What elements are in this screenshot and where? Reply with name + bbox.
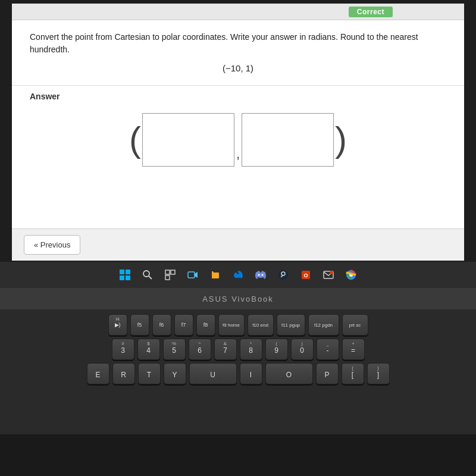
svg-point-12 [258, 274, 260, 276]
svg-rect-1 [126, 270, 130, 274]
svg-rect-2 [120, 275, 124, 280]
key-f11[interactable]: f11 pgup [277, 314, 305, 336]
correct-badge: Correct [349, 7, 393, 17]
search-icon[interactable] [140, 268, 155, 282]
key-5[interactable]: %5 [163, 339, 186, 360]
key-t[interactable]: T [138, 363, 161, 384]
key-e[interactable]: E [87, 363, 109, 384]
office-icon[interactable]: O [299, 268, 313, 282]
previous-button[interactable]: « Previous [24, 235, 80, 255]
key-4[interactable]: $4 [137, 339, 160, 360]
key-equals[interactable]: += [342, 339, 365, 360]
svg-line-5 [149, 276, 152, 279]
key-3[interactable]: #3 [112, 339, 134, 360]
task-view-icon[interactable] [163, 268, 177, 282]
question-text: Convert the point from Cartesian to pola… [30, 31, 446, 56]
fn-row: f4▶) f5 f6 f7 f8 f9 home f10 end f11 pgu… [0, 314, 476, 336]
key-f8[interactable]: f8 [196, 314, 215, 336]
key-u[interactable]: U [189, 363, 237, 384]
keyboard: f4▶) f5 f6 f7 f8 f9 home f10 end f11 pgu… [0, 309, 476, 434]
answer-label: Answer [30, 92, 446, 101]
key-f4[interactable]: f4▶) [108, 314, 127, 336]
key-f7[interactable]: f7 [174, 314, 193, 336]
files-icon[interactable] [208, 268, 223, 282]
paren-left: ( [129, 122, 141, 158]
nav-bar: « Previous [12, 228, 464, 261]
discord-icon[interactable] [253, 268, 268, 282]
edge-icon[interactable] [231, 268, 245, 282]
key-9[interactable]: (9 [265, 339, 288, 360]
key-6[interactable]: ^6 [189, 339, 211, 360]
key-7[interactable]: &7 [214, 339, 237, 360]
alpha-row: E R T Y U I O P {[ }] [0, 363, 476, 384]
r-input-box[interactable] [142, 113, 234, 167]
key-f10[interactable]: f10 end [248, 314, 274, 336]
screen-inner: Correct Convert the point from Cartesian… [12, 4, 464, 261]
coord-container: ( , ) [30, 113, 446, 167]
key-minus[interactable]: _- [317, 339, 339, 360]
question-area: Convert the point from Cartesian to pola… [12, 20, 464, 86]
key-prtsc[interactable]: prt sc [342, 314, 368, 336]
svg-rect-9 [188, 272, 195, 278]
svg-rect-3 [126, 275, 130, 280]
svg-point-4 [143, 271, 149, 277]
mail-icon[interactable] [321, 268, 336, 282]
svg-rect-7 [171, 270, 175, 274]
taskbar: O [0, 262, 476, 288]
key-y[interactable]: Y [164, 363, 186, 384]
key-0[interactable]: )0 [291, 339, 314, 360]
steam-icon[interactable] [276, 268, 290, 282]
key-i[interactable]: I [240, 363, 262, 384]
key-f6[interactable]: f6 [152, 314, 171, 336]
comma-separator: , [236, 146, 240, 167]
meet-icon[interactable] [186, 268, 200, 282]
paren-right: ) [335, 122, 347, 158]
svg-text:O: O [303, 273, 308, 278]
top-bar: Correct [12, 4, 464, 20]
key-r[interactable]: R [112, 363, 135, 384]
svg-rect-0 [120, 270, 124, 274]
key-f9[interactable]: f9 home [218, 314, 245, 336]
windows-icon[interactable] [118, 268, 132, 282]
key-f12[interactable]: f12 pgdn [308, 314, 339, 336]
point-display: (−10, 1) [30, 63, 446, 73]
theta-input-box[interactable] [242, 113, 334, 167]
key-o[interactable]: O [265, 363, 313, 384]
chrome-icon[interactable] [344, 268, 358, 282]
brand-text: ASUS VivoBook [202, 295, 274, 303]
key-lbracket[interactable]: {[ [342, 363, 364, 384]
svg-rect-6 [165, 270, 170, 274]
svg-rect-8 [165, 275, 170, 280]
svg-point-13 [262, 274, 264, 276]
key-f5[interactable]: f5 [130, 314, 149, 336]
svg-point-20 [330, 271, 333, 274]
key-rbracket[interactable]: }] [367, 363, 390, 384]
key-8[interactable]: *8 [240, 339, 262, 360]
key-p[interactable]: P [316, 363, 339, 384]
number-row: #3 $4 %5 ^6 &7 *8 (9 )0 _- += [0, 339, 476, 360]
screen-bezel: Correct Convert the point from Cartesian… [0, 0, 476, 262]
answer-section: Answer ( , ) [12, 86, 464, 228]
laptop-brand: ASUS VivoBook [0, 288, 476, 309]
